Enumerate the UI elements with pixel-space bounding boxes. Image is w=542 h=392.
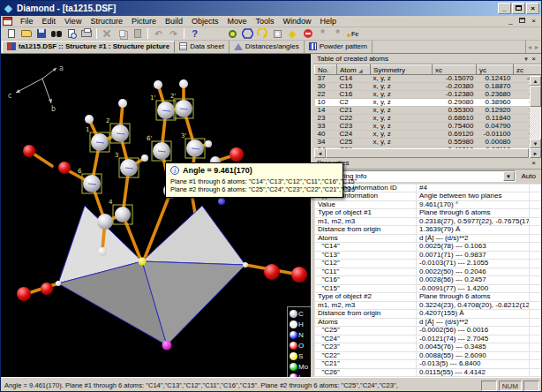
scroll-down-icon[interactable]: ▼ — [530, 139, 541, 148]
col-no[interactable]: No. — [315, 65, 337, 75]
table-cell: 0.0115(55) --- 4.4142 — [417, 368, 530, 377]
child-restore-button[interactable] — [516, 17, 528, 26]
tab-structure-picture[interactable]: ta1215.DSF :: Structure #1 : Structure p… — [2, 41, 175, 53]
powder-pattern-icon — [309, 42, 317, 50]
menu-item-structure[interactable]: Structure — [86, 16, 127, 26]
menu-item-objects[interactable]: Objects — [187, 16, 223, 26]
document-icon[interactable] — [3, 17, 12, 26]
table-row[interactable]: Value9.461(170) ° — [315, 200, 542, 209]
menu-item-view[interactable]: View — [60, 16, 86, 26]
menu-item-file[interactable]: File — [16, 16, 38, 26]
vertical-scrollbar[interactable]: ▲ ▼ — [530, 76, 541, 147]
redo-icon[interactable]: ↷ — [166, 27, 181, 40]
table-row[interactable]: "C12"-0.0103(71) --- 2.1055 — [315, 260, 542, 268]
table-row[interactable]: m1, m2, m30.3224(23), 0.4708(20), -0.821… — [315, 301, 542, 310]
table-row[interactable]: 34C25x, y, z0.559800.000800.0 — [315, 139, 542, 147]
table-row[interactable]: Distance from origin0.4207(155) Å — [315, 310, 542, 319]
table-row[interactable]: "C14"0.0025(78) --- 0.1063 — [315, 243, 542, 252]
find-icon[interactable] — [49, 27, 64, 40]
structure-viewport[interactable]: a b c — [1, 54, 311, 377]
fill-cell-icon[interactable]: ◆ — [285, 27, 300, 40]
destroy-icon[interactable] — [300, 27, 315, 40]
table-row[interactable]: "C15"-0.0091(77) --- 1.4200 — [315, 284, 542, 293]
col-yc[interactable]: yc — [477, 65, 514, 75]
table-row[interactable]: "C13"0.0071(71) --- 0.9837 — [315, 251, 542, 260]
scroll-left-icon[interactable]: ◄ — [314, 148, 326, 158]
auto-button[interactable]: Auto — [519, 172, 538, 180]
col-xc[interactable]: xc — [433, 65, 477, 75]
scrollbar-thumb[interactable] — [530, 86, 541, 107]
table-row[interactable]: "C26"0.0115(55) --- 4.4142 — [315, 368, 542, 377]
new-icon[interactable] — [4, 27, 19, 40]
rotate-molecule-icon[interactable] — [255, 27, 270, 40]
table-row[interactable]: Type of object #1Plane through 6 atoms — [315, 209, 542, 218]
table-row[interactable]: "C21"-0.013(5) --- 6.8400 — [315, 360, 542, 369]
polyhedra-icon[interactable]: * — [315, 27, 330, 40]
table-row[interactable]: "C23"0.0045(76) --- 0.3485 — [315, 343, 542, 352]
menu-item-tools[interactable]: Tools — [251, 16, 278, 26]
table-row[interactable]: 23C22x, y, z0.686100.118400.1 — [315, 115, 542, 123]
context-help-icon[interactable]: ? — [187, 27, 202, 40]
menu-item-picture[interactable]: Picture — [127, 16, 161, 26]
table-row[interactable]: m1, m2, m30.2318(27), 0.5977(22), -0.767… — [315, 217, 542, 226]
atoms-pane-close-icon[interactable]: × — [529, 55, 538, 64]
table-row[interactable]: Type of object #2Plane through 6 atoms — [315, 293, 542, 302]
table-row[interactable]: "C16"0.0028(56) --- 0.2457 — [315, 276, 542, 285]
element-fe-icon[interactable]: Fe — [345, 27, 360, 40]
table-row[interactable]: "C24"-0.0121(74) --- 2.7045 — [315, 335, 542, 343]
table-row[interactable]: 30C15x, y, z-0.203800.188700.0 — [315, 83, 542, 91]
menu-item-window[interactable]: Window — [278, 16, 315, 26]
chevron-down-icon[interactable]: ▼ — [503, 171, 515, 181]
tab-powder-pattern[interactable]: Powder pattern — [305, 41, 373, 53]
close-button[interactable]: × — [526, 3, 539, 14]
scroll-right-icon[interactable]: ► — [530, 148, 541, 158]
save-icon[interactable] — [34, 27, 49, 40]
undo-icon[interactable]: ↶ — [151, 27, 166, 40]
menu-item-build[interactable]: Build — [161, 16, 187, 26]
cell-edges-icon[interactable] — [270, 27, 285, 40]
tab-scroll-left-icon[interactable]: ◂ — [526, 43, 533, 53]
col-zc[interactable]: zc — [514, 65, 542, 75]
print-preview-icon[interactable] — [64, 27, 79, 40]
table-row[interactable]: "C11"0.0022(50) --- 0.2046 — [315, 268, 542, 276]
copy-icon[interactable] — [115, 27, 130, 40]
menu-item-edit[interactable]: Edit — [38, 16, 61, 26]
col-symmetry[interactable]: Symmetry — [371, 65, 433, 75]
cut-icon[interactable] — [100, 27, 115, 40]
table-row[interactable]: "C22"0.0088(55) --- 2.6090 — [315, 351, 542, 360]
table-row[interactable]: Distance from origin1.3639(79) Å — [315, 226, 542, 235]
table-row[interactable]: 40C24x, y, z0.69120-0.011000.0 — [315, 131, 542, 139]
col-atom[interactable]: Atom ◢ — [337, 65, 371, 75]
table-cell: x, y, z — [371, 131, 433, 139]
table-row[interactable]: 33C23x, y, z0.754000.047900.1 — [315, 123, 542, 131]
open-icon[interactable] — [19, 27, 34, 40]
atom-design-icon[interactable] — [225, 27, 240, 40]
hexagon-build-icon[interactable] — [240, 27, 255, 40]
title-bar[interactable]: ◆ Diamond - [ta1215.DSF] _ × — [1, 1, 541, 16]
aromatic-icon[interactable]: * — [330, 27, 345, 40]
table-row[interactable]: 22C16x, y, z-0.123800.236800.0 — [315, 91, 542, 99]
tab-distances-angles[interactable]: Distances/angles — [230, 41, 305, 53]
child-minimize-button[interactable]: _ — [505, 17, 516, 26]
horizontal-scrollbar[interactable]: ◄ ► — [314, 148, 541, 158]
table-row[interactable]: Atomsd [Å] --- (d/s)**2 — [315, 234, 542, 243]
minimize-button[interactable]: _ — [498, 3, 511, 14]
table-row[interactable]: 37C14x, y, z-0.150700.12410-0.0 — [315, 75, 542, 83]
tab-data-sheet[interactable]: Data sheet — [175, 41, 230, 53]
restore-button[interactable] — [512, 3, 525, 14]
table-row[interactable]: Atomsd [Å] --- (d/s)**2 — [315, 318, 542, 327]
tab-scroll-right-icon[interactable]: ▸ — [533, 43, 540, 53]
structure-3d-view[interactable]: a b c — [1, 54, 311, 377]
paste-icon[interactable] — [130, 27, 145, 40]
scroll-up-icon[interactable]: ▲ — [530, 76, 541, 86]
scrollbar-thumb[interactable] — [326, 148, 529, 158]
child-close-button[interactable]: × — [528, 17, 539, 26]
properties-pane-close-icon[interactable]: × — [529, 159, 538, 168]
table-row[interactable]: "C25"-0.0002(56) --- 0.0016 — [315, 327, 542, 335]
menu-item-help[interactable]: Help — [316, 16, 342, 26]
menu-item-move[interactable]: Move — [222, 16, 251, 26]
print-icon[interactable] — [79, 27, 94, 40]
table-row[interactable]: 10C2x, y, z0.290800.389600.0 — [315, 99, 542, 107]
svg-text:4: 4 — [109, 199, 113, 206]
table-row[interactable]: 14C21x, y, z0.553000.129200.1 — [315, 107, 542, 115]
